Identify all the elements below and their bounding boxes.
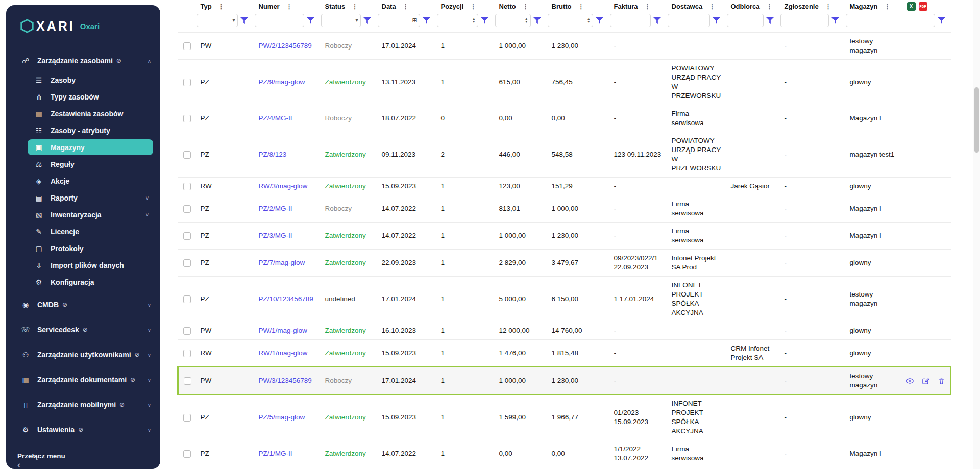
sidebar-item[interactable]: ▤Raporty∨ (28, 190, 153, 206)
document-link[interactable]: PZ/2/MG-II (259, 205, 292, 212)
filter-funnel-icon[interactable] (239, 14, 250, 27)
document-link[interactable]: RW/1/mag-glow (259, 349, 308, 357)
excel-export-icon[interactable]: X (907, 2, 916, 11)
row-checkbox[interactable] (183, 79, 191, 86)
cell-dostawca: Firma serwisowa (667, 195, 726, 223)
filter-funnel-icon[interactable] (480, 14, 490, 27)
document-link[interactable]: PZ/5/mag-glow (259, 413, 305, 421)
cell-magazyn: Magazyn I (845, 105, 951, 132)
filter-input-status[interactable] (321, 14, 361, 27)
row-checkbox[interactable] (183, 115, 191, 122)
toggle-menu-label[interactable]: Przełącz menu (17, 452, 160, 460)
filter-input-zgloszenie[interactable] (780, 14, 829, 27)
sidebar-item[interactable]: ⚇Zarządzanie użytkownikami⊘∨ (6, 344, 160, 365)
row-checkbox[interactable] (183, 259, 191, 267)
filter-input-brutto[interactable] (548, 14, 593, 27)
dropdown-arrow-icon[interactable]: ▾ (232, 18, 235, 23)
sidebar-item[interactable]: ▧Inwentaryzacja∨ (28, 207, 153, 223)
sidebar-item[interactable]: ☏Servicedesk⊘∨ (6, 319, 160, 340)
column-menu-icon[interactable]: ⋮ (578, 3, 584, 10)
document-link[interactable]: PW/2/123456789 (259, 42, 312, 50)
row-checkbox[interactable] (183, 350, 191, 357)
filter-funnel-icon[interactable] (652, 14, 663, 27)
column-menu-icon[interactable]: ⋮ (218, 3, 225, 10)
filter-funnel-icon[interactable] (595, 14, 605, 27)
document-link[interactable]: PZ/9/mag-glow (259, 78, 305, 86)
column-menu-icon[interactable]: ⋮ (884, 3, 890, 10)
sidebar-item[interactable]: ▣Magazyny (28, 139, 153, 155)
sidebar-item[interactable]: ▥Zarządzanie dokumentami⊘∨ (6, 369, 160, 390)
row-checkbox[interactable] (183, 232, 191, 240)
filter-funnel-icon[interactable] (937, 14, 947, 27)
sidebar-item[interactable]: ✎Licencje (28, 224, 153, 239)
row-checkbox[interactable] (183, 151, 191, 159)
sidebar-item[interactable]: ☰Zasoby (28, 72, 153, 88)
document-link[interactable]: PZ/7/mag-glow (259, 259, 305, 266)
document-link[interactable]: PZ/3/MG-II (259, 232, 292, 239)
vertical-scrollbar[interactable] (973, 0, 980, 469)
sidebar-item[interactable]: ⚖Reguły (28, 156, 153, 172)
collapse-left-icon[interactable]: ‹ (17, 461, 160, 469)
column-menu-icon[interactable]: ⋮ (470, 3, 476, 10)
filter-funnel-icon[interactable] (532, 14, 543, 27)
filter-funnel-icon[interactable] (712, 14, 722, 27)
scrollbar-thumb[interactable] (974, 87, 979, 153)
filter-input-magazyn[interactable] (846, 14, 935, 27)
filter-funnel-icon[interactable] (306, 14, 316, 27)
row-checkbox[interactable] (183, 327, 191, 335)
row-checkbox[interactable] (183, 42, 191, 50)
edit-icon[interactable] (921, 376, 930, 385)
pdf-export-icon[interactable]: PDF (919, 2, 927, 11)
document-link[interactable]: RW/3/mag-glow (259, 182, 308, 190)
sidebar-item[interactable]: ⚙Konfiguracja (28, 274, 153, 290)
column-menu-icon[interactable]: ⋮ (523, 3, 529, 10)
sidebar-item[interactable]: ☍Zarządzanie zasobami⊘∧ (6, 51, 160, 71)
column-menu-icon[interactable]: ⋮ (286, 3, 292, 10)
sidebar-item[interactable]: ⚙Ustawienia⊘∨ (6, 419, 160, 440)
sidebar-item[interactable]: ◉CMDB⊘∨ (6, 294, 160, 315)
column-menu-icon[interactable]: ⋮ (352, 3, 358, 10)
filter-input-dostawca[interactable] (668, 14, 710, 27)
sidebar-item[interactable]: ⇩Import plików danych (28, 257, 153, 273)
filter-funnel-icon[interactable] (422, 14, 432, 27)
document-link[interactable]: PZ/10/123456789 (259, 295, 313, 303)
row-checkbox[interactable] (184, 377, 191, 385)
number-spinner[interactable]: ▲▼ (472, 17, 475, 23)
column-menu-icon[interactable]: ⋮ (709, 3, 715, 10)
number-spinner[interactable]: ▲▼ (587, 17, 590, 23)
row-checkbox[interactable] (183, 414, 191, 422)
cell-brutto: 6 150,00 (547, 277, 609, 322)
row-checkbox[interactable] (183, 183, 191, 190)
column-menu-icon[interactable]: ⋮ (403, 3, 409, 10)
calendar-icon[interactable]: ⊞ (412, 17, 417, 23)
document-link[interactable]: PZ/1/MG-II (259, 450, 292, 457)
filter-input-faktura[interactable] (610, 14, 651, 27)
column-menu-icon[interactable]: ⋮ (767, 3, 773, 10)
row-checkbox[interactable] (183, 205, 191, 213)
sidebar-item[interactable]: ⋔Typy zasobów (28, 89, 153, 105)
sidebar-item[interactable]: ☷Zasoby - atrybuty (28, 122, 153, 138)
document-link[interactable]: PW/3/123456789 (259, 377, 312, 384)
number-spinner[interactable]: ▲▼ (525, 17, 528, 23)
filter-input-typ[interactable] (197, 14, 238, 27)
column-menu-icon[interactable]: ⋮ (644, 3, 650, 10)
document-link[interactable]: PZ/8/123 (259, 151, 287, 158)
sidebar-item[interactable]: ◈Akcje (28, 173, 153, 189)
filter-funnel-icon[interactable] (765, 14, 775, 27)
sidebar-item[interactable]: ▢Protokoły (28, 240, 153, 256)
filter-input-numer[interactable] (255, 14, 304, 27)
delete-icon[interactable] (937, 376, 946, 385)
column-menu-icon[interactable]: ⋮ (825, 3, 831, 10)
row-checkbox[interactable] (183, 450, 191, 458)
document-link[interactable]: PZ/4/MG-II (259, 114, 292, 122)
filter-funnel-icon[interactable] (830, 14, 841, 27)
sidebar-item[interactable]: ▦Zestawienia zasobów (28, 106, 153, 121)
filter-funnel-icon[interactable] (362, 14, 373, 27)
header-cell: Faktura⋮ (614, 3, 666, 10)
sidebar-item[interactable]: ▯Zarządzanie mobilnymi⊘∨ (6, 394, 160, 415)
view-icon[interactable] (905, 376, 914, 385)
dropdown-arrow-icon[interactable]: ▾ (355, 18, 358, 23)
document-link[interactable]: PW/1/mag-glow (259, 327, 307, 334)
filter-input-odbiorca[interactable] (727, 14, 764, 27)
row-checkbox[interactable] (183, 295, 191, 303)
